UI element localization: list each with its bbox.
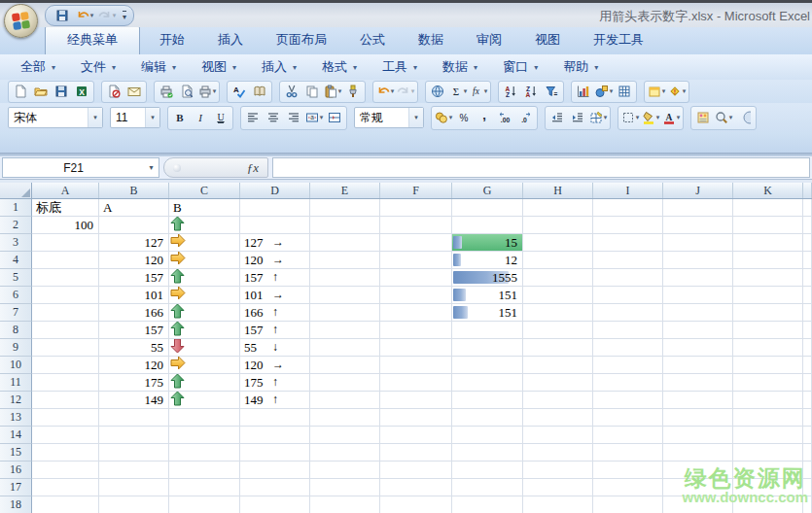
cell-J8[interactable] (663, 322, 733, 339)
cell-G4[interactable]: 12 (452, 252, 523, 269)
formula-input[interactable] (272, 157, 810, 178)
align-right-button[interactable] (284, 109, 303, 126)
cell-D18[interactable] (240, 496, 310, 513)
cell-A11[interactable] (32, 374, 99, 392)
office-button[interactable] (4, 4, 38, 38)
cell-J18[interactable] (663, 496, 733, 513)
cell-K5[interactable] (733, 269, 803, 287)
row-header-13[interactable]: 13 (0, 409, 32, 427)
cell-D5[interactable]: 157↑ (240, 269, 310, 287)
column-header-E[interactable]: E (310, 183, 380, 198)
cell-G11[interactable] (452, 374, 523, 392)
bold-button[interactable]: B (170, 109, 190, 126)
cell-E1[interactable] (310, 199, 380, 217)
format-painter-button[interactable] (343, 83, 363, 100)
cell-E3[interactable] (310, 234, 380, 252)
cell-G8[interactable] (452, 322, 523, 339)
cell-J13[interactable] (663, 409, 733, 427)
cell-A5[interactable] (32, 269, 99, 287)
row-header-16[interactable]: 16 (0, 462, 32, 479)
cell-B5[interactable]: 157 (99, 269, 169, 287)
cell-H10[interactable] (523, 357, 593, 374)
merge-cell-button[interactable] (325, 109, 344, 126)
cell-E4[interactable] (310, 252, 380, 269)
research-button[interactable] (250, 83, 269, 100)
cell-I15[interactable] (593, 444, 663, 462)
cell-A12[interactable] (32, 392, 99, 409)
cell-J5[interactable] (663, 269, 733, 287)
cell-H1[interactable] (523, 199, 593, 217)
cell-E12[interactable] (310, 392, 380, 409)
row-header-12[interactable]: 12 (0, 392, 32, 409)
cell-H4[interactable] (523, 252, 593, 269)
cell-K8[interactable] (733, 322, 803, 339)
cell-K14[interactable] (733, 427, 803, 444)
print-button[interactable] (157, 83, 176, 100)
column-header-D[interactable]: D (240, 183, 310, 198)
cell-A17[interactable] (32, 479, 99, 496)
cell-C3[interactable] (169, 234, 240, 252)
number-format-combo[interactable]: 常规▾ (354, 107, 424, 128)
cell-A3[interactable] (32, 234, 99, 252)
cell-D9[interactable]: 55↓ (240, 339, 310, 357)
cell-D4[interactable]: 120→ (240, 252, 310, 269)
cell-G10[interactable] (452, 357, 523, 374)
cell-E13[interactable] (310, 409, 380, 427)
cell-J3[interactable] (663, 234, 733, 252)
font-size-combo-dropdown-icon[interactable]: ▾ (145, 108, 159, 127)
cell-C11[interactable] (169, 374, 240, 392)
tab-开发工具[interactable]: 开发工具 (580, 26, 657, 54)
tab-审阅[interactable]: 审阅 (463, 26, 515, 54)
cell-B2[interactable] (99, 217, 169, 234)
cell-G15[interactable] (452, 444, 523, 462)
cell-F6[interactable] (380, 287, 452, 304)
draw-border-grid-button[interactable]: ▾ (588, 109, 608, 126)
cell-J14[interactable] (663, 427, 733, 444)
cell-E2[interactable] (310, 217, 380, 234)
increase-decimal-button[interactable]: .00 (495, 109, 514, 126)
row-header-9[interactable]: 9 (0, 339, 32, 357)
fill-color-button[interactable]: ▾ (641, 109, 660, 126)
cell-D15[interactable] (240, 444, 310, 462)
cell-B13[interactable] (99, 409, 169, 427)
column-header-B[interactable]: B (99, 183, 169, 198)
cell-B14[interactable] (99, 427, 169, 444)
copy-button[interactable] (302, 83, 322, 100)
cell-E14[interactable] (310, 427, 380, 444)
tab-视图[interactable]: 视图 (521, 26, 574, 54)
cell-F4[interactable] (380, 252, 452, 269)
font-name-combo[interactable]: 宋体▾ (8, 107, 103, 128)
cell-G13[interactable] (452, 409, 523, 427)
menu-数据[interactable]: 数据▾ (432, 54, 488, 80)
menu-工具[interactable]: 工具▾ (371, 54, 428, 80)
cell-B8[interactable]: 157 (99, 322, 169, 339)
cell-G3[interactable]: 15 (452, 234, 523, 252)
row-header-7[interactable]: 7 (0, 304, 32, 322)
cell-F12[interactable] (380, 392, 452, 409)
cell-B11[interactable]: 175 (99, 374, 169, 392)
menu-插入[interactable]: 插入▾ (251, 54, 307, 80)
menu-文件[interactable]: 文件▾ (70, 54, 126, 80)
cell-D7[interactable]: 166↑ (240, 304, 310, 322)
cell-G1[interactable] (452, 199, 523, 217)
italic-button[interactable]: I (191, 109, 210, 126)
cell-K6[interactable] (733, 287, 803, 304)
decrease-decimal-button[interactable]: .0 (515, 109, 535, 126)
row-header-18[interactable]: 18 (0, 496, 32, 513)
cell-I12[interactable] (593, 392, 663, 409)
cell-D17[interactable] (240, 479, 310, 496)
undo-button[interactable]: ▾ (375, 83, 395, 100)
name-box[interactable]: F21 ▾ (2, 157, 159, 178)
spelling-button[interactable]: A (229, 83, 249, 100)
cell-I18[interactable] (593, 496, 663, 513)
cell-E16[interactable] (310, 462, 380, 479)
cell-F5[interactable] (380, 269, 452, 287)
cell-J10[interactable] (663, 357, 733, 374)
cell-A16[interactable] (32, 462, 99, 479)
row-header-8[interactable]: 8 (0, 322, 32, 339)
cut-button[interactable] (282, 83, 301, 100)
underline-button[interactable]: U (211, 109, 230, 126)
row-header-11[interactable]: 11 (0, 374, 32, 392)
cell-H18[interactable] (523, 496, 593, 513)
alert-button[interactable]: !▾ (667, 83, 687, 100)
